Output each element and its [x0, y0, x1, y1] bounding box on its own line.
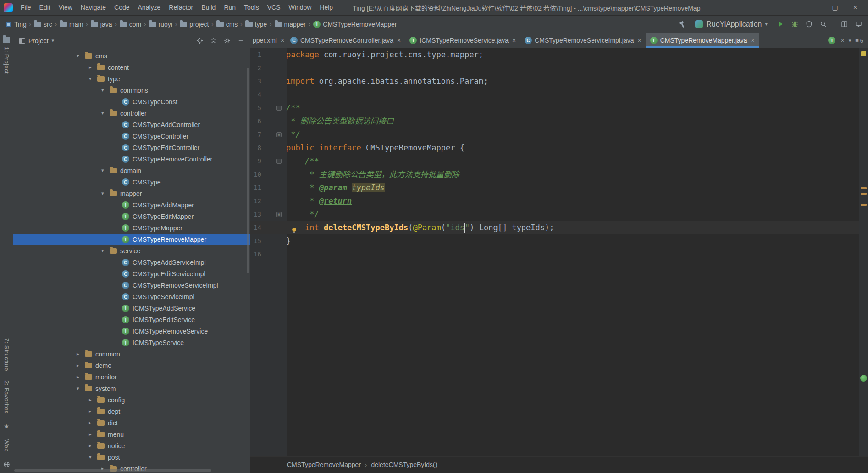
breadcrumb-item-ting[interactable]: Ting [5, 21, 27, 28]
fold-marker-icon[interactable]: ∧ [276, 212, 282, 217]
toolwindow-button-project[interactable]: 1: Project [3, 47, 10, 74]
close-icon[interactable]: × [512, 37, 516, 44]
code-editor[interactable]: 1package com.ruoyi.project.cms.type.mapp… [250, 48, 868, 456]
interface-icon[interactable]: I [828, 37, 835, 44]
chevron-down-icon[interactable]: ▾ [52, 38, 55, 44]
fold-marker-icon[interactable]: ∧ [276, 132, 282, 137]
tree-item-cmstypecontroller[interactable]: CCMSTypeController [13, 130, 250, 142]
close-icon[interactable]: × [638, 37, 641, 44]
tree-collapse-arrow-icon[interactable]: ▾ [101, 190, 110, 196]
tree-item-content[interactable]: ▸content [13, 61, 250, 73]
toolwindow-button-web[interactable]: Web [3, 439, 10, 452]
tree-item-cmstypeconst[interactable]: CCMSTypeConst [13, 96, 250, 107]
code-text[interactable]: public interface CMSTypeRemoveMapper { [286, 141, 868, 155]
tree-item-dict[interactable]: ▸dict [13, 417, 250, 428]
tree-item-cmstyperemovecontroller[interactable]: CCMSTypeRemoveController [13, 153, 250, 165]
tree-item-type[interactable]: ▾type [13, 73, 250, 84]
tree-expand-arrow-icon[interactable]: ▸ [89, 420, 97, 426]
tree-expand-arrow-icon[interactable]: ▸ [77, 351, 85, 357]
code-line-11[interactable]: 11 * @param typeIds [250, 181, 868, 195]
code-line-16[interactable]: 16 [250, 248, 868, 261]
menu-help[interactable]: Help [315, 0, 337, 15]
fold-marker-icon[interactable]: − [276, 106, 282, 111]
breadcrumb-item-java[interactable]: java [91, 21, 112, 28]
tree-item-post[interactable]: ▾post [13, 451, 250, 463]
menu-vcs[interactable]: VCS [263, 0, 285, 15]
breadcrumb-item-main[interactable]: main [60, 21, 83, 28]
editor-breadcrumb-item[interactable]: deleteCMSTypeByIds() [371, 461, 437, 468]
code-line-3[interactable]: 3import org.apache.ibatis.annotations.Pa… [250, 75, 868, 88]
tab-pper.xml[interactable]: pper.xml× [250, 33, 286, 48]
warning-stripe-mark[interactable] [861, 193, 867, 195]
error-stripe[interactable] [859, 48, 868, 456]
tree-item-cmstypemapper[interactable]: ICMSTypeMapper [13, 222, 250, 234]
breadcrumb-item-mapper[interactable]: mapper [275, 21, 306, 28]
menu-build[interactable]: Build [197, 0, 220, 15]
code-line-12[interactable]: 12 * @return [250, 195, 868, 208]
breadcrumb-item-src[interactable]: src [34, 21, 52, 28]
breadcrumb-item-cms[interactable]: cms [216, 21, 238, 28]
tree-collapse-arrow-icon[interactable]: ▾ [77, 53, 85, 59]
code-text[interactable] [286, 61, 868, 75]
code-text[interactable]: package com.ruoyi.project.cms.type.mappe… [286, 48, 868, 61]
code-line-10[interactable]: 10 * 主键删除公告类型，此方法支持批量删除 [250, 168, 868, 181]
menu-analyze[interactable]: Analyze [134, 0, 165, 15]
tree-item-cmstype[interactable]: CCMSType [13, 176, 250, 188]
tree-collapse-arrow-icon[interactable]: ▾ [77, 385, 85, 391]
close-icon[interactable]: × [281, 37, 284, 44]
tree-item-icmstypeservice[interactable]: IICMSTypeService [13, 337, 250, 348]
layout-icon[interactable] [840, 20, 848, 28]
tree-expand-arrow-icon[interactable]: ▸ [89, 443, 97, 449]
code-line-8[interactable]: 8public interface CMSTypeRemoveMapper { [250, 141, 868, 155]
toolwindow-button-structure[interactable]: 7: Structure [3, 338, 10, 371]
tree-item-cmstyperemoveserviceimpl[interactable]: CCMSTypeRemoveServiceImpl [13, 279, 250, 291]
tree-item-mapper[interactable]: ▾mapper [13, 188, 250, 199]
gear-icon[interactable] [224, 37, 231, 44]
tree-item-cmstypeaddcontroller[interactable]: CCMSTypeAddController [13, 119, 250, 130]
tree-expand-arrow-icon[interactable]: ▸ [89, 431, 97, 437]
tree-item-menu[interactable]: ▸menu [13, 428, 250, 440]
minimize-button[interactable]: — [805, 0, 825, 15]
tree-item-cmstypeserviceimpl[interactable]: CCMSTypeServiceImpl [13, 291, 250, 302]
close-icon[interactable]: × [840, 37, 844, 44]
tree-item-icmstypeaddservice[interactable]: IICMSTypeAddService [13, 302, 250, 314]
chevron-down-icon[interactable]: ▾ [849, 38, 851, 44]
close-icon[interactable]: × [397, 37, 401, 44]
tree-item-notice[interactable]: ▸notice [13, 440, 250, 451]
tree-collapse-arrow-icon[interactable]: ▾ [89, 454, 97, 460]
tree-expand-arrow-icon[interactable]: ▸ [77, 362, 85, 368]
breadcrumb-item-project[interactable]: project [180, 21, 209, 28]
code-text[interactable]: } [286, 234, 868, 248]
tab-cmstyperemovecontroller.java[interactable]: CCMSTypeRemoveController.java× [286, 33, 405, 48]
code-text[interactable]: */ [286, 128, 868, 141]
menu-edit[interactable]: Edit [35, 0, 55, 15]
project-toolwindow-icon[interactable] [3, 37, 10, 43]
menu-refactor[interactable]: Refactor [165, 0, 197, 15]
tree-item-cmstypeaddserviceimpl[interactable]: CCMSTypeAddServiceImpl [13, 256, 250, 268]
tree-collapse-arrow-icon[interactable]: ▾ [101, 110, 110, 116]
tree-item-controller[interactable]: ▾controller [13, 107, 250, 119]
editor-breadcrumb-item[interactable]: CMSTypeRemoveMapper [287, 461, 361, 468]
code-text[interactable]: /** [286, 101, 868, 115]
toolwindow-button-favorites[interactable]: 2: Favorites [3, 380, 10, 414]
tree-item-cmstypeeditserviceimpl[interactable]: CCMSTypeEditServiceImpl [13, 268, 250, 279]
menu-view[interactable]: View [55, 0, 77, 15]
code-line-7[interactable]: 7∧ */ [250, 128, 868, 141]
coverage-button[interactable] [805, 20, 813, 28]
menu-window[interactable]: Window [285, 0, 316, 15]
tree-item-dept[interactable]: ▸dept [13, 406, 250, 417]
project-panel-title[interactable]: Project [28, 37, 49, 45]
presentation-icon[interactable] [855, 20, 862, 28]
code-text[interactable]: * 主键删除公告类型，此方法支持批量删除 [286, 168, 868, 181]
warning-stripe-mark[interactable] [861, 187, 867, 189]
close-icon[interactable]: × [751, 37, 755, 44]
tree-expand-arrow-icon[interactable]: ▸ [89, 408, 97, 414]
code-text[interactable]: /** [286, 155, 868, 168]
warning-stripe-mark[interactable] [861, 204, 867, 206]
tab-cmstyperemoveserviceimpl.java[interactable]: CCMSTypeRemoveServiceImpl.java× [520, 33, 646, 48]
tree-collapse-arrow-icon[interactable]: ▾ [89, 76, 97, 82]
menu-file[interactable]: File [17, 0, 35, 15]
tree-expand-arrow-icon[interactable]: ▸ [77, 374, 85, 380]
search-everywhere-icon[interactable] [819, 20, 827, 28]
close-button[interactable]: × [845, 0, 865, 15]
